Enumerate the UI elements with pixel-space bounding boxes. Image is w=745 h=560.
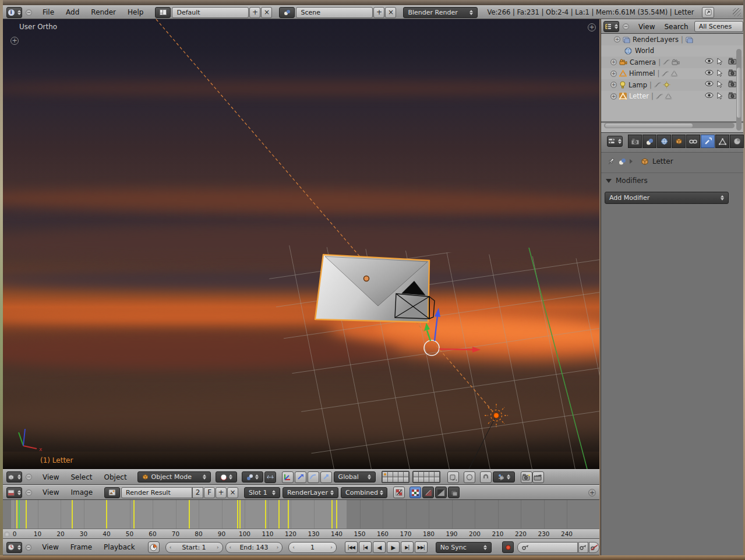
mesh-data-icon[interactable] [665, 93, 672, 100]
outliner-horizontal-scrollbar[interactable] [604, 123, 735, 128]
tab-scene[interactable] [642, 135, 656, 148]
outliner-item-letter[interactable]: + Letter | [601, 91, 743, 103]
slider-right-arrow[interactable]: › [217, 544, 219, 550]
camera-data-icon[interactable] [672, 59, 680, 66]
frame-start-slider[interactable]: ‹ Start: 1 › [165, 542, 223, 553]
menu-render[interactable]: Render [85, 8, 122, 16]
collapse-menus-icon[interactable] [26, 489, 32, 496]
image-paint-toggle[interactable] [393, 487, 405, 498]
color-channel-button[interactable] [422, 487, 434, 498]
tab-data[interactable] [715, 135, 729, 148]
expand-icon[interactable]: + [610, 59, 617, 65]
menu-image[interactable]: Image [65, 488, 98, 496]
editor-type-button-timeline[interactable] [6, 542, 22, 553]
collapse-menus-icon[interactable] [26, 474, 32, 480]
scene-icon-button[interactable] [279, 7, 295, 18]
render-slot-dropdown[interactable]: Slot 1 [244, 487, 280, 498]
expand-icon[interactable]: + [614, 36, 620, 43]
outliner-item-himmel[interactable]: + Himmel | [601, 68, 743, 80]
outliner-item-camera[interactable]: + Camera | [601, 57, 743, 68]
tab-modifiers[interactable] [701, 135, 715, 148]
opengl-render-button[interactable] [521, 471, 532, 483]
renderability-camera-icon[interactable] [728, 92, 737, 99]
current-frame-field[interactable]: ‹ 1 › [288, 542, 336, 553]
slider-right-arrow[interactable]: › [277, 544, 279, 550]
editor-type-button-image[interactable] [6, 487, 22, 498]
previous-keyframe-button[interactable]: |◀ [359, 541, 372, 553]
add-modifier-dropdown[interactable]: Add Modifier [605, 192, 729, 204]
modifiers-panel-header[interactable]: Modifiers [601, 173, 743, 188]
manipulator-z-arrow[interactable] [435, 308, 440, 317]
outliner-item-lamp[interactable]: + Lamp | [601, 79, 743, 91]
next-keyframe-button[interactable]: ▶| [401, 541, 414, 553]
menu-view[interactable]: View [37, 488, 65, 496]
editor-type-button-3dview[interactable] [6, 471, 22, 482]
menu-search[interactable]: Search [659, 23, 693, 31]
visibility-eye-icon[interactable] [705, 58, 714, 64]
scene-breadcrumb-icon[interactable] [619, 158, 626, 165]
slider-left-arrow[interactable]: ‹ [292, 544, 295, 550]
transform-orientation-dropdown[interactable]: Global [334, 471, 376, 482]
menu-view[interactable]: View [36, 543, 64, 551]
properties-expand-icon[interactable]: + [588, 23, 596, 31]
mode-dropdown[interactable]: Object Mode [137, 471, 211, 482]
renderability-camera-icon[interactable] [728, 58, 737, 65]
keying-set-field[interactable] [517, 542, 578, 553]
new-image-button[interactable]: + [216, 487, 227, 498]
tab-material[interactable] [730, 135, 744, 148]
keyframe-marker[interactable] [189, 500, 190, 529]
tab-world[interactable] [657, 135, 671, 148]
play-reverse-button[interactable]: ◀ [373, 541, 386, 553]
header-resize-grip[interactable] [733, 8, 741, 16]
keyframe-marker[interactable] [336, 500, 337, 529]
menu-add[interactable]: Add [60, 8, 85, 16]
image-users-count[interactable]: 2 [192, 487, 203, 498]
lock-to-scene-toggle[interactable] [447, 471, 459, 483]
visibility-eye-icon[interactable] [705, 80, 714, 87]
keyframe-marker[interactable] [278, 500, 280, 529]
outliner-item-renderlayers[interactable]: + RenderLayers | [601, 34, 743, 45]
screen-layout-field[interactable]: Default [172, 7, 249, 18]
outliner-item-world[interactable]: World [601, 45, 743, 57]
opengl-render-anim-button[interactable] [532, 471, 544, 483]
visibility-eye-icon[interactable] [705, 69, 714, 76]
pin-icon[interactable] [607, 157, 615, 165]
expand-icon[interactable]: + [610, 93, 617, 100]
jump-to-end-button[interactable]: ▶▶| [415, 541, 428, 553]
fake-user-button[interactable]: F [204, 487, 215, 498]
manipulator-y-arrow[interactable] [424, 323, 430, 331]
add-layout-button[interactable]: + [249, 7, 260, 18]
color-alpha-channel-button[interactable] [409, 487, 421, 498]
visibility-eye-icon[interactable] [705, 92, 714, 98]
selectability-cursor-icon[interactable] [716, 58, 723, 65]
image-name-field[interactable]: Render Result [121, 487, 192, 498]
panel-collapse-triangle-icon[interactable] [606, 179, 612, 183]
manipulator-x-arrow[interactable] [472, 347, 481, 353]
keyframe-marker[interactable] [331, 500, 333, 529]
menu-playback[interactable]: Playback [98, 543, 141, 551]
auto-keyframe-record-button[interactable] [502, 541, 514, 553]
menu-help[interactable]: Help [122, 8, 149, 16]
timeline-ruler[interactable]: 0102030405060708090100110120130140150160… [3, 529, 599, 539]
mesh-data-icon[interactable] [670, 70, 678, 77]
selectability-cursor-icon[interactable] [716, 92, 723, 100]
keyframe-marker[interactable] [239, 500, 241, 529]
selectability-cursor-icon[interactable] [716, 80, 723, 88]
z-buffer-button[interactable] [448, 487, 460, 498]
delete-keyframe-button[interactable] [589, 542, 599, 553]
scene-name-field[interactable]: Scene [296, 7, 373, 18]
layers-grid-1[interactable] [382, 471, 409, 483]
keyframe-marker[interactable] [16, 500, 17, 529]
layers-grid-2[interactable] [412, 471, 440, 483]
keyframe-marker[interactable] [72, 500, 73, 529]
pivot-point-dropdown[interactable] [242, 471, 263, 482]
jump-to-start-button[interactable]: |◀◀ [345, 541, 358, 553]
image-properties-expand-icon[interactable]: + [588, 489, 596, 496]
delete-scene-button[interactable]: × [385, 7, 396, 18]
pivot-align-toggle[interactable] [264, 471, 276, 483]
tab-object[interactable] [672, 135, 686, 148]
keyframe-marker[interactable] [288, 500, 289, 529]
translate-manipulator-button[interactable] [295, 471, 306, 483]
collapse-menus-icon[interactable] [26, 9, 32, 16]
duplicate-window-icon[interactable] [702, 7, 714, 18]
